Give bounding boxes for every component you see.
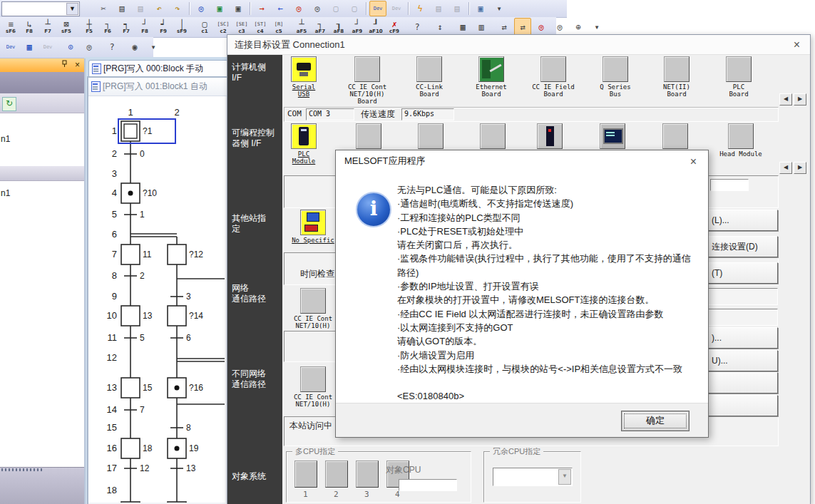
device-icon[interactable]: [356, 123, 381, 149]
drag-handle[interactable]: [1, 468, 44, 471]
panel-section-divider[interactable]: [0, 165, 84, 181]
device-item-board[interactable]: Head Module: [710, 123, 772, 158]
ok-button[interactable]: 确定: [621, 411, 690, 431]
plc-module-icon[interactable]: [291, 123, 317, 149]
tab-sfc-block0[interactable]: [PRG]写入 000:Block 手动: [88, 60, 228, 77]
program-check-icon[interactable]: ϟ: [411, 1, 429, 16]
device-icon[interactable]: [354, 56, 380, 82]
device-item-board[interactable]: [645, 123, 706, 149]
doc-disabled2-icon[interactable]: ▤: [448, 1, 466, 16]
arrow-right-icon[interactable]: ▶: [794, 93, 806, 106]
device-icon[interactable]: [540, 56, 566, 82]
device-item-ethernet[interactable]: Ethernet Board: [461, 56, 522, 98]
arrow-left-icon[interactable]: ◀: [779, 162, 792, 174]
redundant-cpu-dropdown[interactable]: ▼: [493, 468, 573, 486]
sfc-diagram-canvas[interactable]: 1212345678910111213141516171801235678121…: [88, 96, 225, 503]
toolbar-overflow-icon[interactable]: ▾: [491, 1, 508, 16]
device-icon[interactable]: [603, 56, 628, 82]
device-item-got[interactable]: [582, 123, 643, 149]
device-item-board[interactable]: [400, 123, 461, 149]
device-icon[interactable]: [726, 56, 752, 82]
tool-disabled2-icon[interactable]: ▢: [346, 1, 363, 16]
cut-icon[interactable]: ✂: [95, 1, 112, 16]
arrow-left-icon[interactable]: ◀: [779, 93, 792, 106]
dialog-titlebar[interactable]: 连接目标设置 Connection1: [227, 35, 810, 55]
device-item-serial-usb[interactable]: Serial USB: [273, 56, 334, 98]
device-item-board[interactable]: CC IE Cont NET/10(H) Board: [337, 56, 398, 105]
close-icon[interactable]: ×: [690, 156, 697, 168]
doc-disabled-icon[interactable]: ▤: [430, 1, 447, 16]
verify2-icon[interactable]: ◎: [309, 1, 326, 16]
monitor-lock-icon[interactable]: ▣: [472, 1, 489, 16]
device-item-board[interactable]: [338, 123, 399, 149]
toolbar-button-F6[interactable]: ┐F6: [99, 18, 116, 37]
device-batch-icon[interactable]: Dev: [2, 40, 19, 56]
close-icon[interactable]: ×: [75, 60, 80, 70]
cpu-button-2[interactable]: [325, 461, 348, 488]
toolbar-button-sF6[interactable]: ≡sF6: [2, 18, 19, 37]
close-icon[interactable]: ×: [794, 39, 800, 51]
device-icon[interactable]: [480, 123, 506, 149]
device-icon[interactable]: [416, 56, 442, 82]
diff-network-route-icon[interactable]: [300, 366, 326, 392]
monitor-stop-icon[interactable]: ▣: [230, 1, 247, 16]
monitor-start-icon[interactable]: ▣: [211, 1, 228, 16]
cpu-button-3[interactable]: [356, 461, 379, 488]
write-to-plc-icon[interactable]: →: [253, 1, 270, 16]
error-titlebar[interactable]: MELSOFT应用程序: [336, 150, 708, 172]
toolbar-button-F7[interactable]: ┴F7: [39, 18, 56, 37]
list-item[interactable]: n1: [0, 134, 85, 145]
search-tool-icon[interactable]: ◎: [81, 40, 98, 56]
device-icon[interactable]: [728, 123, 754, 149]
read-from-plc-icon[interactable]: ←: [272, 1, 289, 16]
ethernet-icon[interactable]: [478, 56, 504, 82]
toolbar-button-F9[interactable]: ┙F9: [155, 18, 172, 37]
copy-icon[interactable]: ▤: [113, 1, 130, 16]
device-item-board[interactable]: PLC Board: [708, 56, 769, 98]
serial-usb-icon[interactable]: [291, 56, 317, 82]
sfc-inner-titlebar[interactable]: [PRG]写入 001:Block1 自动: [88, 78, 228, 96]
chevron-down-icon[interactable]: ▼: [66, 3, 78, 15]
device-icon[interactable]: [662, 123, 688, 149]
cpu-button-1[interactable]: [294, 461, 317, 488]
target-cpu-field[interactable]: [399, 479, 457, 491]
network-route-icon[interactable]: [300, 288, 326, 314]
device-search-icon[interactable]: ◎: [193, 1, 210, 16]
arrow-right-icon[interactable]: ▶: [794, 162, 806, 174]
device-icon[interactable]: [664, 56, 690, 82]
chevron-down-icon[interactable]: ▼: [558, 469, 571, 485]
panel-bottom-bar[interactable]: [0, 467, 84, 504]
no-specification-icon[interactable]: [300, 210, 326, 235]
refresh-icon[interactable]: ↻: [2, 97, 16, 111]
list-item[interactable]: n1: [0, 188, 85, 200]
toolbar-overflow-icon[interactable]: ▾: [145, 40, 162, 56]
tool-disabled-icon[interactable]: ▢: [327, 1, 344, 16]
toolbar-button-F5[interactable]: ┼F5: [81, 18, 98, 37]
device-item-c24[interactable]: [519, 123, 580, 149]
device-item-board[interactable]: Q Series Bus: [585, 56, 646, 98]
undo-icon[interactable]: ↶: [150, 1, 168, 16]
com-port-field[interactable]: COM 3: [306, 108, 354, 120]
pin-icon[interactable]: [61, 60, 68, 70]
toolbar-button-F8[interactable]: ↳F8: [21, 18, 38, 37]
redo-icon[interactable]: ↷: [169, 1, 186, 16]
toolbar-button-F7[interactable]: ┑F7: [118, 18, 135, 37]
got-icon[interactable]: [600, 123, 625, 149]
device-item-plc-module[interactable]: PLC Module: [273, 123, 334, 165]
device-item-board[interactable]: CC IE Field Board: [523, 56, 584, 98]
toolbar-button-F8[interactable]: ┘F8: [136, 18, 153, 37]
toolbar-button-sF5[interactable]: ⊠sF5: [58, 18, 75, 37]
device-display-off-icon[interactable]: Dev: [388, 1, 405, 16]
c24-icon[interactable]: [537, 123, 563, 149]
sfc-diagram[interactable]: 1212345678910111213141516171801235678121…: [88, 96, 225, 503]
device-item-board[interactable]: CC-Link Board: [399, 56, 460, 98]
paste-icon[interactable]: ▤: [132, 1, 149, 16]
device-view-icon[interactable]: ⊙: [62, 40, 79, 56]
device-item-board[interactable]: [462, 123, 523, 149]
device-icon[interactable]: [418, 123, 444, 149]
toolbar-button-c1[interactable]: ▢c1: [196, 18, 213, 37]
baud-field[interactable]: 9.6Kbps: [401, 108, 454, 120]
find-icon[interactable]: ◉: [126, 40, 143, 56]
device-ccl-icon[interactable]: Dev: [39, 40, 56, 56]
find-combobox[interactable]: ▼: [1, 1, 80, 16]
